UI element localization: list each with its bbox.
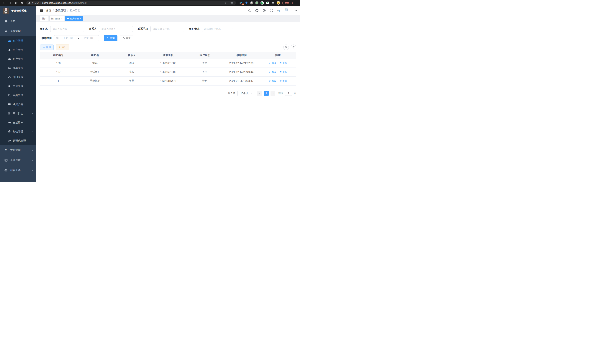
delete-link[interactable]: 删除	[280, 61, 287, 65]
toolbox-icon	[4, 169, 8, 172]
browser-forward-icon[interactable]	[8, 0, 13, 5]
sidebar-item-post[interactable]: 岗位管理	[0, 82, 36, 91]
contact-input[interactable]	[99, 26, 133, 32]
bookmark-star-icon[interactable]	[229, 0, 234, 5]
sidebar-item-errorcode[interactable]: 错误码管理	[0, 136, 36, 145]
close-icon[interactable]: ×	[61, 18, 62, 20]
refresh-button[interactable]	[291, 45, 296, 50]
goto-page-input[interactable]	[285, 91, 292, 96]
users-icon	[8, 39, 11, 42]
sidebar: 芋道管理系统 首页 系统管理	[0, 6, 36, 182]
extension-balloon-icon[interactable]	[245, 1, 248, 5]
sidebar-item-dict[interactable]: 字典管理	[0, 91, 36, 100]
tab-tenant[interactable]: 租户管理 ×	[65, 16, 83, 21]
tenant-name-input[interactable]	[50, 26, 84, 32]
hamburger-icon[interactable]	[39, 9, 43, 13]
delete-link[interactable]: 删除	[280, 70, 287, 74]
mobile-input[interactable]	[150, 26, 184, 32]
cell-contact: 测试	[113, 59, 150, 67]
page-number-1[interactable]: 1	[264, 91, 269, 96]
col-tenant-id: 租户编号	[40, 52, 77, 59]
browser-home-icon[interactable]	[20, 0, 25, 5]
sidebar-item-home[interactable]: 首页	[0, 16, 36, 26]
tab-label: 首页	[42, 17, 46, 20]
sidebar-item-infra[interactable]: 基础设施	[0, 155, 36, 165]
next-page-button[interactable]	[271, 91, 275, 96]
sidebar-item-tenant[interactable]: 租户管理	[0, 36, 36, 45]
online-user-icon	[8, 121, 11, 124]
extension-pinned-icon[interactable]: 10	[239, 1, 243, 5]
breadcrumb-home[interactable]: 首页	[46, 9, 51, 12]
edit-link[interactable]: 修改	[269, 61, 276, 65]
share-icon[interactable]	[224, 0, 229, 5]
sidebar-item-menu[interactable]: 菜单管理	[0, 64, 36, 73]
search-icon[interactable]	[247, 9, 251, 12]
sidebar-item-devtool[interactable]: 研发工具	[0, 165, 36, 175]
reset-button[interactable]: 重置	[120, 35, 133, 41]
sidebar-item-label: 研发工具	[10, 169, 32, 172]
avatar[interactable]	[284, 7, 291, 14]
chrome-update-label: 更新	[285, 1, 290, 4]
browser-toolbar: 不安全 dashboard.yudao.iocoder.cn/system/te…	[0, 0, 300, 6]
security-label[interactable]: 不安全	[32, 1, 39, 4]
extensions-puzzle-icon[interactable]	[271, 1, 275, 5]
sidebar-item-pay[interactable]: ¥ 支付管理	[0, 145, 36, 155]
security-warning-icon[interactable]	[28, 2, 31, 4]
url-host: dashboard.yudao.iocoder.cn	[42, 2, 71, 4]
sidebar-item-label: 通知公告	[13, 103, 34, 106]
tab-dept[interactable]: 部门管理 ×	[49, 16, 64, 21]
edit-link[interactable]: 修改	[269, 79, 276, 83]
toggle-search-button[interactable]	[283, 45, 289, 50]
search-button[interactable]: 搜索	[104, 35, 117, 41]
tenant-page: 租户名 联系人 联系手机 租户状态 请选择租户状态	[36, 22, 300, 182]
date-range-picker[interactable]: 开始日期 - 结束日期	[54, 35, 99, 41]
sidebar-item-system[interactable]: 系统管理	[0, 26, 36, 36]
sidebar-item-sms[interactable]: 短信管理	[0, 127, 36, 136]
shield-check-icon	[8, 130, 11, 133]
close-icon[interactable]: ×	[80, 18, 81, 20]
url-path: /system/tenant	[71, 2, 86, 4]
extension-cmd-icon[interactable]: ⌘	[250, 1, 253, 4]
browser-back-icon[interactable]	[2, 0, 7, 5]
sidebar-item-role[interactable]: 角色管理	[0, 54, 36, 64]
page-size-select[interactable]: 10条/页	[237, 91, 255, 96]
logo-row[interactable]: 芋道管理系统	[0, 6, 36, 16]
date-separator: -	[78, 37, 79, 40]
sidebar-item-notice[interactable]: 通知公告	[0, 100, 36, 109]
add-button[interactable]: 新增	[40, 45, 54, 50]
sidebar-item-label: 基础设施	[10, 159, 32, 162]
status-select[interactable]: 请选择租户状态	[202, 26, 236, 32]
chrome-menu-icon[interactable]	[291, 2, 291, 4]
system-submenu: 租户管理 用户管理 角色管理	[0, 36, 36, 145]
extension-dot-icon[interactable]	[255, 1, 258, 4]
delete-link[interactable]: 删除	[280, 79, 287, 83]
edit-link[interactable]: 修改	[269, 70, 276, 74]
sidebar-item-user[interactable]: 用户管理	[0, 45, 36, 54]
avatar-caret-icon[interactable]	[295, 10, 297, 11]
fullscreen-icon[interactable]	[270, 9, 273, 12]
chrome-update-button[interactable]: 更新	[282, 1, 293, 5]
sidebar-item-auditlog[interactable]: 审计日志	[0, 109, 36, 118]
tab-home[interactable]: 首页	[40, 16, 48, 21]
prev-page-button[interactable]	[257, 91, 262, 96]
dict-book-icon	[8, 94, 11, 97]
cell-mobile: 15601691300	[150, 67, 187, 76]
sidebar-item-label: 角色管理	[13, 57, 34, 61]
breadcrumb-system[interactable]: 系统管理	[55, 9, 66, 12]
export-button[interactable]: 导出	[56, 45, 69, 50]
start-date-placeholder: 开始日期	[60, 37, 77, 40]
address-bar[interactable]: 不安全 dashboard.yudao.iocoder.cn/system/te…	[26, 0, 236, 5]
extension-y-icon[interactable]: y	[261, 1, 264, 5]
extension-chat-icon[interactable]	[266, 1, 269, 5]
sidebar-item-dept[interactable]: 部门管理	[0, 73, 36, 82]
sidebar-item-online[interactable]: 在线用户	[0, 118, 36, 127]
font-size-icon[interactable]: тT	[277, 9, 280, 12]
chevron-down-icon	[250, 92, 252, 94]
user-icon	[8, 48, 11, 51]
sidebar-item-label: 短信管理	[13, 130, 32, 133]
filter-row-1: 租户名 联系人 联系手机 租户状态 请选择租户状态	[40, 26, 296, 32]
browser-reload-icon[interactable]	[14, 0, 19, 5]
help-icon[interactable]	[262, 9, 266, 12]
profile-avatar-icon[interactable]	[277, 1, 280, 5]
github-icon[interactable]	[255, 9, 259, 12]
